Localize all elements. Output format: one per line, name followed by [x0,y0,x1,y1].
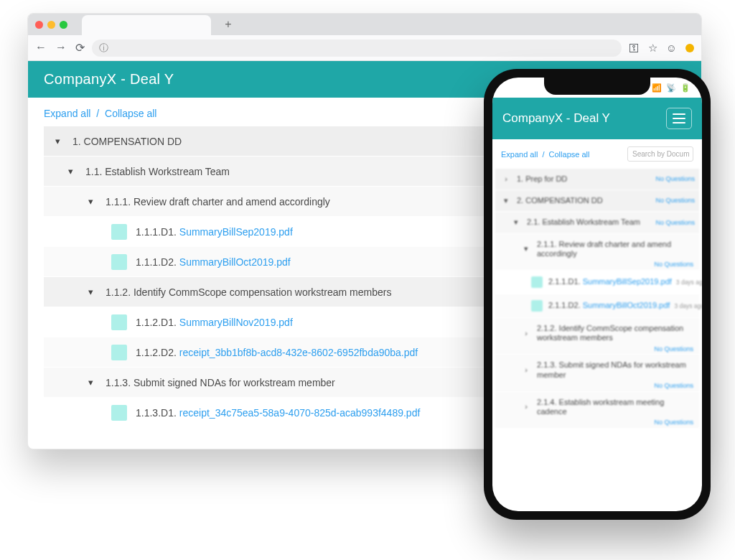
section-label: 1. COMPENSATION DD [72,136,182,147]
file-icon [531,276,543,288]
subsection-label: 1.1. Establish Workstream Team [85,166,230,177]
chevron-right-icon[interactable]: › [521,402,531,411]
file-icon [111,345,127,360]
signal-icon: 📶 [652,83,662,93]
expand-all-link[interactable]: Expand all [501,150,538,159]
task-label: 2.1.4. Establish workstream meeting cade… [537,398,695,416]
browser-toolbar: ← → ⟳ ⓘ ⚿ ☆ ☺ [28,35,701,61]
browser-tab[interactable] [82,15,211,35]
expand-all-link[interactable]: Expand all [44,108,90,119]
document-link[interactable]: SummaryBillNov2019.pdf [179,317,293,328]
no-questions-badge: No Questions [654,419,693,426]
document-number: 1.1.2.D2. [136,347,177,358]
task-label: 1.1.3. Submit signed NDAs for workstream… [106,377,335,388]
browser-tabstrip: + [28,14,701,35]
file-icon [111,254,127,270]
document-meta: 3 days ago (edited) [676,279,702,286]
forward-icon[interactable]: → [55,41,67,55]
search-input[interactable]: Search by Docum [627,146,693,162]
file-icon [111,224,127,240]
document-meta: 3 days ago (edited) [674,302,702,309]
new-tab-button[interactable]: + [221,18,235,31]
chevron-down-icon[interactable]: ▾ [84,196,97,207]
task-label: 2.1.1. Review draft charter and amend ac… [537,240,695,258]
document-number: 1.1.3.D1. [136,407,177,419]
collapse-all-link[interactable]: Collapse all [549,150,590,159]
tree-subsection[interactable]: ▾ 2.1. Establish Workstream Team No Ques… [495,212,699,233]
document-link[interactable]: receipt_34c75ea5-58a9-4070-825d-acab993f… [179,407,421,419]
extension-icon[interactable] [685,44,694,52]
document-link[interactable]: SummaryBillSep2019.pdf [179,226,293,238]
chevron-down-icon[interactable]: ▾ [51,136,64,146]
tree-document[interactable]: 2.1.1.D2. SummaryBillOct2019.pdf 3 days … [495,294,699,318]
mobile-header: CompanyX - Deal Y [492,98,702,139]
profile-icon[interactable]: ☺ [666,42,677,54]
tree-task[interactable]: ▾ 2.1.1. Review draft charter and amend … [495,234,699,271]
chevron-right-icon[interactable]: › [521,329,531,338]
chevron-right-icon[interactable]: › [501,174,511,184]
chevron-right-icon[interactable]: › [521,365,531,375]
separator: / [542,150,544,159]
menu-button[interactable] [666,108,692,129]
collapse-all-link[interactable]: Collapse all [105,108,156,119]
file-icon [111,314,127,330]
no-questions-badge: No Questions [655,175,695,183]
no-questions-badge: No Questions [654,261,693,269]
back-icon[interactable]: ← [35,41,47,55]
maximize-icon[interactable] [60,21,67,29]
section-label: 1. Prep for DD [517,174,655,184]
document-link[interactable]: SummaryBillOct2019.pdf [179,256,291,268]
minimize-icon[interactable] [47,21,55,29]
site-info-icon[interactable]: ⓘ [99,42,108,55]
battery-icon: 🔋 [680,83,690,93]
file-icon [531,300,543,312]
chevron-down-icon[interactable]: ▾ [511,218,521,227]
phone-screen: 📶 📡 🔋 CompanyX - Deal Y Expand all / Col… [492,78,702,511]
phone-notch [544,78,650,95]
subsection-label: 2.1. Establish Workstream Team [527,218,655,227]
chevron-down-icon[interactable]: ▾ [84,286,97,297]
mobile-document-tree: › 1. Prep for DD No Questions ▾ 2. COMPE… [492,169,702,511]
tree-section[interactable]: › 1. Prep for DD No Questions [495,169,699,190]
key-icon[interactable]: ⚿ [629,42,640,54]
document-number: 2.1.1.D2. [548,301,581,310]
task-label: 1.1.1. Review draft charter and amend ac… [106,196,330,207]
no-questions-badge: No Questions [654,382,693,390]
document-link[interactable]: receipt_3bb1bf8b-acd8-432e-8602-6952fbda… [179,347,418,358]
star-icon[interactable]: ☆ [648,42,657,55]
mobile-tree-controls: Expand all / Collapse all Search by Docu… [492,139,702,169]
task-label: 2.1.2. Identify CommScope compensation w… [537,324,695,342]
chevron-down-icon[interactable]: ▾ [84,377,97,388]
separator: / [96,108,99,119]
phone-frame: 📶 📡 🔋 CompanyX - Deal Y Expand all / Col… [484,69,711,520]
tree-section[interactable]: ▾ 2. COMPENSATION DD No Questions [495,190,699,212]
tree-task[interactable]: › 2.1.2. Identify CommScope compensation… [495,318,699,355]
document-number: 1.1.2.D1. [136,317,177,328]
document-link[interactable]: SummaryBillSep2019.pdf [583,277,672,286]
tree-document[interactable]: 2.1.1.D1. SummaryBillSep2019.pdf 3 days … [495,271,699,294]
no-questions-badge: No Questions [655,219,695,227]
document-number: 1.1.1.D2. [136,256,177,268]
file-icon [111,405,127,421]
document-number: 1.1.1.D1. [136,226,177,238]
task-label: 2.1.3. Submit signed NDAs for workstream… [537,360,695,379]
document-number: 2.1.1.D1. [548,277,581,286]
page-title: CompanyX - Deal Y [502,111,610,126]
wifi-icon: 📡 [666,83,676,93]
reload-icon[interactable]: ⟳ [75,41,85,55]
url-input[interactable]: ⓘ [92,39,622,57]
tree-task[interactable]: › 2.1.4. Establish workstream meeting ca… [495,392,699,429]
chevron-down-icon[interactable]: ▾ [501,196,511,205]
chevron-down-icon[interactable]: ▾ [64,166,77,177]
no-questions-badge: No Questions [654,345,693,353]
document-link[interactable]: SummaryBillOct2019.pdf [583,301,670,310]
section-label: 2. COMPENSATION DD [517,196,655,205]
tree-task[interactable]: › 2.1.3. Submit signed NDAs for workstre… [495,355,699,391]
no-questions-badge: No Questions [655,197,695,205]
close-icon[interactable] [35,21,43,29]
task-label: 1.1.2. Identify CommScope compensation w… [106,286,391,298]
chevron-down-icon[interactable]: ▾ [521,244,531,253]
